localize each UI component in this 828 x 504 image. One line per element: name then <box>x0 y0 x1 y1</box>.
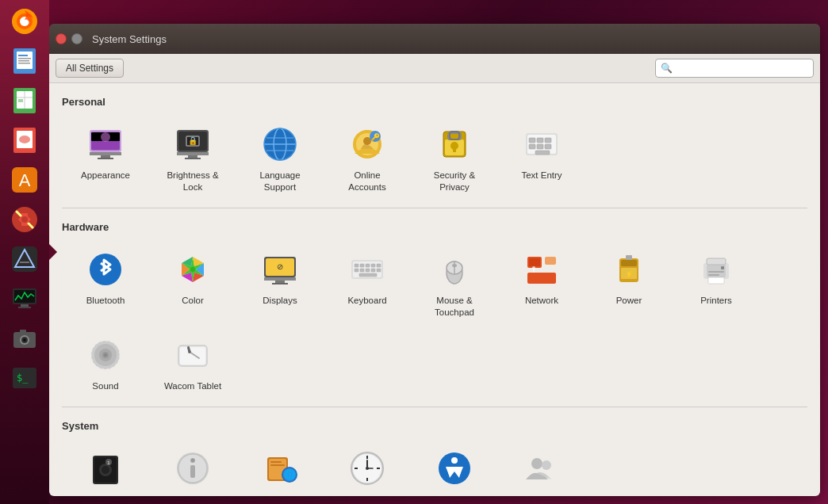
svg-rect-70 <box>529 144 535 149</box>
backups-icon: 1 <box>85 448 126 489</box>
sound-label: Sound <box>92 380 118 392</box>
search-box: 🔍 <box>655 59 814 78</box>
svg-rect-73 <box>535 151 550 155</box>
settings-item-keyboard[interactable]: Keyboard <box>324 241 411 326</box>
settings-item-wacom[interactable]: Wacom Tablet <box>149 326 236 400</box>
svg-rect-62 <box>453 147 456 152</box>
power-icon: ⚡ <box>608 249 650 290</box>
sidebar-item-inkscape[interactable] <box>6 241 43 277</box>
svg-rect-69 <box>545 138 551 143</box>
settings-item-time[interactable]: Time & Date <box>324 440 411 496</box>
sidebar-item-tools[interactable] <box>6 201 43 238</box>
svg-rect-67 <box>529 138 535 143</box>
svg-rect-24 <box>21 304 29 307</box>
svg-text:⚡: ⚡ <box>625 269 634 279</box>
all-settings-button[interactable]: All Settings <box>56 59 124 78</box>
appearance-icon <box>85 124 126 165</box>
settings-item-network[interactable]: Network <box>498 241 585 326</box>
svg-point-40 <box>101 132 110 142</box>
sidebar-item-terminal[interactable]: $_ <box>6 360 43 396</box>
color-label: Color <box>182 295 203 307</box>
svg-rect-94 <box>359 273 377 277</box>
sidebar-item-writer[interactable] <box>6 43 43 79</box>
svg-rect-109 <box>626 255 632 260</box>
sidebar-item-appstore[interactable]: A <box>6 162 43 198</box>
settings-item-security[interactable]: Security &Privacy <box>411 116 498 201</box>
settings-item-details[interactable]: Details <box>149 440 236 496</box>
language-icon <box>259 124 301 165</box>
svg-rect-84 <box>355 264 358 267</box>
details-icon <box>172 448 213 489</box>
svg-text:🔑: 🔑 <box>371 132 381 142</box>
displays-label: Displays <box>263 295 297 307</box>
divider-system <box>62 407 807 407</box>
titlebar: System Settings <box>49 24 820 54</box>
settings-item-power[interactable]: ⚡ Power <box>585 241 673 326</box>
keyboard-label: Keyboard <box>347 295 386 307</box>
svg-rect-36 <box>101 155 110 158</box>
keyboard-icon <box>347 249 388 290</box>
svg-rect-92 <box>371 269 375 272</box>
sidebar-collapse-arrow[interactable] <box>49 244 57 260</box>
sidebar-item-calc[interactable] <box>6 82 43 119</box>
svg-rect-80 <box>272 283 288 284</box>
language-label: LanguageSupport <box>259 170 300 193</box>
svg-point-136 <box>191 459 194 462</box>
svg-rect-87 <box>371 264 375 267</box>
security-icon <box>434 124 475 165</box>
svg-rect-13 <box>18 99 23 102</box>
settings-content: Personal Appearance 🔒 Brightness &Lock L… <box>49 83 820 496</box>
settings-item-software[interactable]: 🌐 Software &Updates <box>236 440 324 496</box>
svg-point-98 <box>452 264 457 267</box>
brightness-icon: 🔒 <box>172 124 213 165</box>
software-icon: 🌐 <box>259 448 301 489</box>
sidebar-item-camera[interactable] <box>6 320 43 357</box>
svg-rect-72 <box>545 144 551 149</box>
settings-item-displays[interactable]: ⊘ Displays <box>236 241 324 326</box>
svg-point-157 <box>531 458 542 469</box>
divider-hardware <box>62 208 807 208</box>
svg-rect-30 <box>20 330 26 333</box>
svg-point-29 <box>23 338 26 342</box>
personal-items-grid: Appearance 🔒 Brightness &Lock LanguageSu… <box>62 116 807 201</box>
svg-point-121 <box>104 353 107 357</box>
svg-point-129 <box>102 466 109 474</box>
sidebar-item-firefox[interactable] <box>6 3 43 40</box>
svg-point-20 <box>21 216 28 223</box>
settings-item-mouse[interactable]: Mouse &Touchpad <box>411 241 498 326</box>
settings-item-universal-access[interactable]: UniversalAccess <box>411 440 498 496</box>
security-label: Security &Privacy <box>434 170 475 193</box>
svg-point-74 <box>90 254 121 285</box>
svg-rect-79 <box>275 281 285 283</box>
settings-item-appearance[interactable]: Appearance <box>62 116 149 201</box>
settings-item-language[interactable]: LanguageSupport <box>236 116 324 201</box>
settings-item-sound[interactable]: Sound <box>62 326 149 400</box>
sidebar-item-monitor[interactable] <box>6 281 43 317</box>
svg-rect-143 <box>270 464 285 466</box>
settings-item-backups[interactable]: 1 Backups <box>62 440 149 496</box>
settings-item-user-accounts[interactable]: UserAccounts <box>498 440 585 496</box>
svg-rect-35 <box>90 152 121 155</box>
settings-item-text-entry[interactable]: Text Entry <box>498 116 585 201</box>
svg-point-158 <box>542 460 551 470</box>
svg-text:$_: $_ <box>17 372 29 384</box>
svg-rect-86 <box>366 264 370 267</box>
settings-item-bluetooth[interactable]: Bluetooth <box>62 241 149 326</box>
online-accounts-icon: 🔑 <box>347 124 388 165</box>
system-items-grid: 1 Backups Details 🌐 Software &Updates <box>62 440 807 496</box>
network-icon <box>521 249 562 290</box>
text-entry-label: Text Entry <box>521 170 562 181</box>
settings-item-printers[interactable]: Printers <box>673 241 760 326</box>
sidebar-item-impress[interactable] <box>6 122 43 158</box>
svg-rect-85 <box>360 264 364 267</box>
close-button[interactable] <box>56 33 67 44</box>
svg-rect-101 <box>527 273 556 284</box>
minimize-button[interactable] <box>71 33 82 44</box>
search-input[interactable] <box>655 59 814 78</box>
settings-item-color[interactable]: Color <box>149 241 236 326</box>
settings-item-brightness[interactable]: 🔒 Brightness &Lock <box>149 116 236 201</box>
svg-rect-45 <box>185 158 201 159</box>
settings-item-online-accounts[interactable]: 🔑 OnlineAccounts <box>324 116 411 201</box>
bluetooth-label: Bluetooth <box>86 295 125 307</box>
svg-text:🌐: 🌐 <box>284 468 296 480</box>
